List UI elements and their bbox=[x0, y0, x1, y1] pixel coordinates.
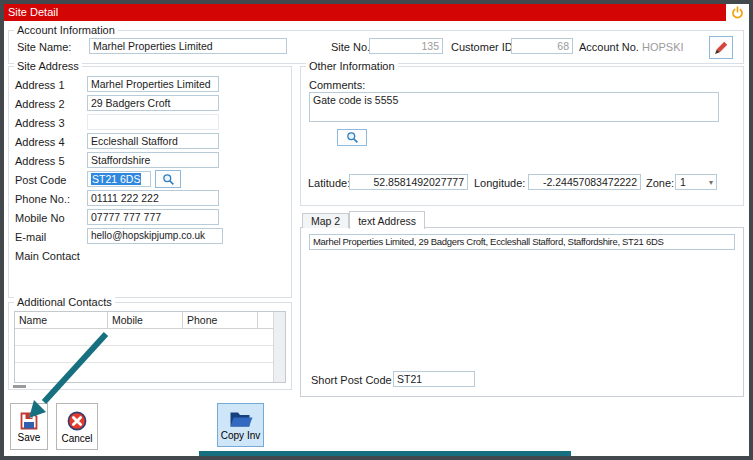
window-titlebar[interactable]: Site Detail bbox=[4, 4, 726, 21]
site-address-group: Site Address Address 1 Marhel Properties… bbox=[8, 66, 292, 298]
short-post-code-label: Short Post Code bbox=[311, 374, 392, 386]
tab-map2[interactable]: Map 2 bbox=[302, 213, 349, 228]
column-header-name[interactable]: Name bbox=[15, 312, 108, 328]
phone-input[interactable]: 01111 222 222 bbox=[87, 190, 219, 206]
additional-contacts-group: Additional Contacts Name Mobile Phone bbox=[8, 302, 292, 390]
email-label: E-mail bbox=[15, 231, 46, 243]
mobile-label: Mobile No bbox=[15, 212, 65, 224]
email-input[interactable]: hello@hopskipjump.co.uk bbox=[87, 228, 223, 244]
account-no-value: HOPSKI bbox=[642, 41, 684, 53]
phone-label: Phone No.: bbox=[15, 193, 70, 205]
table-row[interactable] bbox=[15, 346, 285, 363]
address4-input[interactable]: Eccleshall Stafford bbox=[87, 133, 219, 149]
copy-inv-label: Copy Inv bbox=[221, 430, 260, 441]
column-header-phone[interactable]: Phone bbox=[183, 312, 258, 328]
address-tab-control: Map 2 text Address Marhel Properties Lim… bbox=[300, 209, 744, 397]
account-information-group: Account Information Site Name: Marhel Pr… bbox=[8, 30, 744, 64]
folder-icon bbox=[229, 410, 253, 429]
table-row[interactable] bbox=[15, 329, 285, 346]
address1-label: Address 1 bbox=[15, 79, 65, 91]
longitude-input[interactable]: -2.24457083472222 bbox=[528, 174, 641, 190]
account-group-label: Account Information bbox=[14, 24, 118, 36]
save-label: Save bbox=[18, 432, 41, 443]
short-post-code-input[interactable]: ST21 bbox=[393, 371, 475, 387]
copy-inv-button[interactable]: Copy Inv bbox=[217, 403, 264, 447]
address2-input[interactable]: 29 Badgers Croft bbox=[87, 95, 219, 111]
bottom-accent-strip bbox=[199, 451, 571, 456]
save-button[interactable]: Save bbox=[10, 403, 48, 450]
address1-input[interactable]: Marhel Properties Limited bbox=[87, 76, 219, 92]
zone-label: Zone: bbox=[646, 177, 674, 189]
column-header-mobile[interactable]: Mobile bbox=[108, 312, 183, 328]
power-icon bbox=[731, 6, 744, 19]
address3-input[interactable] bbox=[87, 114, 219, 130]
pencil-icon bbox=[713, 40, 729, 56]
full-address-input[interactable]: Marhel Properties Limited, 29 Badgers Cr… bbox=[309, 234, 735, 250]
site-no-input[interactable]: 135 bbox=[369, 38, 443, 54]
text-address-panel: Marhel Properties Limited, 29 Badgers Cr… bbox=[300, 227, 744, 397]
site-name-label: Site Name: bbox=[17, 41, 71, 53]
customer-id-label: Customer ID: bbox=[451, 41, 516, 53]
comments-search-button[interactable] bbox=[337, 129, 367, 146]
site-address-label: Site Address bbox=[14, 60, 82, 72]
other-information-label: Other Information bbox=[306, 60, 398, 72]
contacts-table[interactable]: Name Mobile Phone bbox=[14, 311, 286, 383]
resize-dash bbox=[13, 385, 26, 388]
zone-select[interactable]: 1 bbox=[675, 174, 717, 190]
comments-label: Comments: bbox=[309, 79, 365, 91]
contacts-table-header: Name Mobile Phone bbox=[15, 312, 285, 329]
address4-label: Address 4 bbox=[15, 136, 65, 148]
longitude-label: Longitude: bbox=[474, 177, 525, 189]
cancel-label: Cancel bbox=[61, 433, 92, 444]
chevron-down-icon bbox=[709, 178, 716, 187]
cancel-button[interactable]: Cancel bbox=[56, 403, 98, 450]
address5-label: Address 5 bbox=[15, 155, 65, 167]
additional-contacts-label: Additional Contacts bbox=[14, 296, 115, 308]
zone-value: 1 bbox=[680, 176, 686, 188]
account-no-label: Account No. bbox=[579, 41, 639, 53]
site-detail-window: Site Detail Account Information Site Nam… bbox=[0, 0, 753, 460]
site-no-label: Site No. bbox=[331, 41, 370, 53]
mobile-input[interactable]: 07777 777 777 bbox=[87, 209, 219, 225]
search-icon bbox=[162, 173, 175, 186]
window-title: Site Detail bbox=[8, 6, 58, 18]
latitude-label: Latitude: bbox=[308, 177, 350, 189]
tab-text-address[interactable]: text Address bbox=[349, 211, 425, 229]
latitude-input[interactable]: 52.8581492027777 bbox=[349, 174, 468, 190]
table-scrollbar[interactable] bbox=[273, 312, 285, 382]
search-icon bbox=[346, 131, 359, 144]
address5-input[interactable]: Staffordshire bbox=[87, 152, 219, 168]
customer-id-input[interactable]: 68 bbox=[511, 38, 573, 54]
post-code-search-button[interactable] bbox=[155, 170, 181, 188]
main-contact-label: Main Contact bbox=[15, 250, 80, 262]
post-code-input[interactable]: ST21 6DS bbox=[87, 171, 151, 187]
comments-input[interactable]: Gate code is 5555 bbox=[309, 92, 719, 122]
save-icon bbox=[19, 411, 39, 431]
post-code-label: Post Code bbox=[15, 174, 66, 186]
tab-strip: Map 2 text Address bbox=[302, 209, 425, 228]
address3-label: Address 3 bbox=[15, 117, 65, 129]
cancel-icon bbox=[66, 410, 88, 432]
edit-account-button[interactable] bbox=[709, 36, 733, 59]
other-information-group: Other Information Comments: Gate code is… bbox=[300, 66, 744, 206]
site-name-input[interactable]: Marhel Properties Limited bbox=[89, 38, 287, 54]
close-power-button[interactable] bbox=[726, 4, 749, 21]
post-code-selected-text: ST21 6DS bbox=[91, 173, 141, 185]
address2-label: Address 2 bbox=[15, 98, 65, 110]
